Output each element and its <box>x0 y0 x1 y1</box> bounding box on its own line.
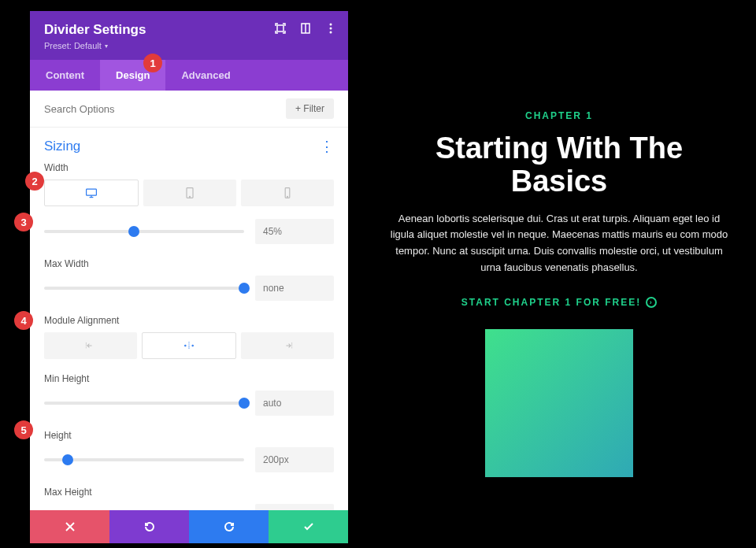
docs-icon[interactable] <box>299 22 312 35</box>
svg-point-10 <box>189 196 190 197</box>
max-width-slider[interactable] <box>44 287 244 290</box>
align-left[interactable] <box>44 332 137 359</box>
save-button[interactable] <box>269 510 348 543</box>
callout-badge-4: 4 <box>14 311 33 330</box>
redo-button[interactable] <box>189 510 269 543</box>
chapter-label: CHAPTER 1 <box>386 110 732 121</box>
svg-rect-6 <box>87 189 97 195</box>
min-height-label: Min Height <box>44 373 334 384</box>
section-title[interactable]: Sizing <box>44 139 80 154</box>
arrow-right-icon: › <box>646 297 657 308</box>
tab-advanced[interactable]: Advanced <box>165 60 246 91</box>
align-center[interactable] <box>142 332 236 359</box>
expand-icon[interactable] <box>274 22 287 35</box>
callout-badge-3: 3 <box>14 213 33 231</box>
cancel-button[interactable] <box>30 510 109 543</box>
svg-point-4 <box>330 28 332 30</box>
preset-selector[interactable]: Preset: Default <box>44 41 108 50</box>
divider-module-preview[interactable] <box>485 329 633 477</box>
search-row: + Filter <box>30 91 348 128</box>
field-max-width: Max Width <box>44 258 334 301</box>
max-height-label: Max Height <box>44 487 334 498</box>
filter-button[interactable]: + Filter <box>286 98 334 119</box>
callout-badge-1: 1 <box>143 54 162 72</box>
device-phone[interactable] <box>241 180 334 206</box>
tabs: Content Design Advanced <box>30 60 348 91</box>
callout-badge-2: 2 <box>25 172 44 191</box>
height-slider[interactable] <box>44 458 244 461</box>
device-desktop[interactable] <box>44 180 139 206</box>
page-headline: Starting With The Basics <box>386 132 732 198</box>
panel-header: Divider Settings Preset: Default <box>30 11 348 60</box>
max-width-slider-row <box>44 276 334 301</box>
width-label: Width <box>44 162 334 173</box>
field-min-height: Min Height <box>44 373 334 416</box>
min-height-slider-thumb[interactable] <box>239 398 250 409</box>
field-width: Width <box>44 162 334 244</box>
device-tabs <box>44 180 334 206</box>
settings-panel: Divider Settings Preset: Default Content… <box>30 11 348 543</box>
panel-body: Sizing ⋮ Width <box>30 128 348 510</box>
height-slider-row <box>44 447 334 472</box>
max-height-value-input[interactable] <box>255 504 334 510</box>
field-height: Height <box>44 430 334 472</box>
tab-content[interactable]: Content <box>30 60 100 91</box>
width-value-input[interactable] <box>255 219 334 244</box>
undo-button[interactable] <box>109 510 189 543</box>
svg-rect-0 <box>277 25 284 31</box>
max-width-value-input[interactable] <box>255 276 334 301</box>
height-label: Height <box>44 430 334 441</box>
min-height-value-input[interactable] <box>255 391 334 416</box>
svg-point-3 <box>330 24 332 26</box>
max-height-slider-row <box>44 504 334 510</box>
height-slider-thumb[interactable] <box>62 454 73 465</box>
cta-text: START CHAPTER 1 FOR FREE! <box>461 297 641 308</box>
panel-footer <box>30 510 348 543</box>
header-icons <box>274 22 337 35</box>
width-slider[interactable] <box>44 230 244 233</box>
alignment-tabs <box>44 332 334 359</box>
svg-point-5 <box>330 31 332 34</box>
width-slider-row <box>44 219 334 244</box>
max-width-slider-thumb[interactable] <box>239 283 250 294</box>
module-alignment-label: Module Alignment <box>44 315 334 326</box>
page-preview: CHAPTER 1 Starting With The Basics Aenea… <box>362 0 756 548</box>
min-height-slider-row <box>44 391 334 416</box>
page-paragraph: Aenean lobortis scelerisque dui. Cras ut… <box>386 211 732 276</box>
callout-badge-5: 5 <box>14 420 33 439</box>
field-module-alignment: Module Alignment <box>44 315 334 359</box>
section-header: Sizing ⋮ <box>44 128 334 162</box>
field-max-height: Max Height <box>44 487 334 510</box>
more-icon[interactable] <box>324 22 337 35</box>
height-value-input[interactable] <box>255 447 334 472</box>
search-input[interactable] <box>44 103 286 115</box>
min-height-slider[interactable] <box>44 402 244 405</box>
cta-link[interactable]: START CHAPTER 1 FOR FREE! › <box>461 297 657 308</box>
section-menu-icon[interactable]: ⋮ <box>320 139 334 154</box>
device-tablet[interactable] <box>143 180 236 206</box>
max-width-label: Max Width <box>44 258 334 269</box>
width-slider-thumb[interactable] <box>128 226 139 237</box>
svg-point-12 <box>287 196 288 197</box>
align-right[interactable] <box>241 332 334 359</box>
